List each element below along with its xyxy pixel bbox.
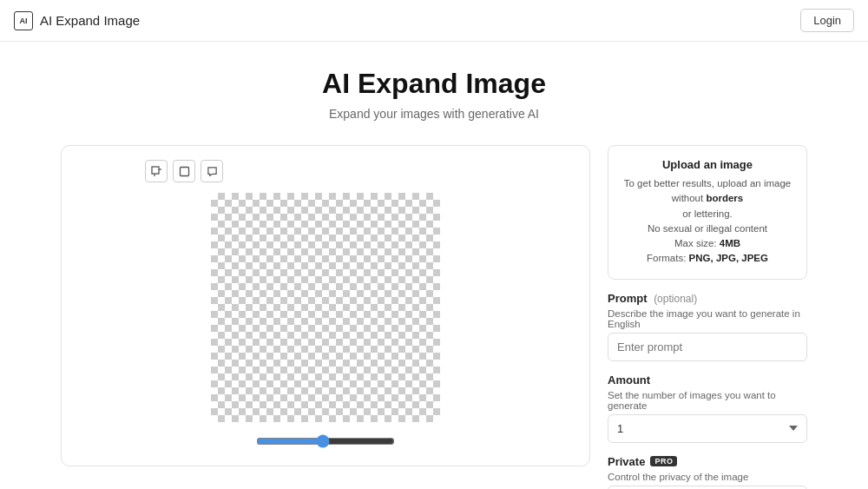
crop-icon[interactable] bbox=[145, 160, 168, 182]
amount-select[interactable]: 1 2 3 4 bbox=[608, 414, 807, 443]
zoom-slider[interactable] bbox=[256, 434, 395, 448]
image-canvas[interactable] bbox=[211, 193, 440, 422]
canvas-toolbar bbox=[145, 160, 223, 182]
page-title: AI Expand Image bbox=[61, 68, 807, 100]
logo-icon: AI bbox=[14, 11, 33, 30]
main-content: AI Expand Image Expand your images with … bbox=[43, 42, 825, 489]
private-label-row: Private PRO bbox=[608, 455, 807, 468]
amount-sublabel: Set the number of images you want to gen… bbox=[608, 390, 807, 411]
upload-description: To get better results, upload an image w… bbox=[622, 176, 792, 267]
pro-badge: PRO bbox=[650, 456, 677, 466]
prompt-label: Prompt (optional) bbox=[608, 292, 807, 305]
header: AI AI Expand Image Login bbox=[0, 0, 868, 42]
comment-icon[interactable] bbox=[201, 160, 223, 182]
private-select[interactable]: Public Private bbox=[608, 486, 807, 490]
prompt-optional: (optional) bbox=[654, 293, 697, 305]
private-label: Private bbox=[608, 455, 645, 468]
resize-icon[interactable] bbox=[173, 160, 195, 182]
tool-layout: Upload an image To get better results, u… bbox=[61, 145, 807, 489]
svg-rect-0 bbox=[152, 167, 159, 174]
prompt-sublabel: Describe the image you want to generate … bbox=[608, 308, 807, 329]
prompt-input[interactable] bbox=[608, 333, 807, 361]
upload-title: Upload an image bbox=[622, 158, 792, 171]
private-group: Private PRO Control the privacy of the i… bbox=[608, 455, 807, 490]
page-subtitle: Expand your images with generative AI bbox=[61, 107, 807, 121]
private-sublabel: Control the privacy of the image bbox=[608, 472, 807, 482]
header-title: AI Expand Image bbox=[40, 13, 140, 28]
svg-rect-3 bbox=[180, 167, 188, 175]
login-button[interactable]: Login bbox=[800, 9, 854, 32]
amount-group: Amount Set the number of images you want… bbox=[608, 373, 807, 443]
left-panel bbox=[61, 145, 590, 466]
zoom-slider-container bbox=[256, 434, 395, 452]
logo: AI AI Expand Image bbox=[14, 11, 140, 30]
right-panel: Upload an image To get better results, u… bbox=[608, 145, 807, 489]
amount-label: Amount bbox=[608, 373, 807, 387]
prompt-group: Prompt (optional) Describe the image you… bbox=[608, 292, 807, 361]
upload-box: Upload an image To get better results, u… bbox=[608, 145, 807, 280]
